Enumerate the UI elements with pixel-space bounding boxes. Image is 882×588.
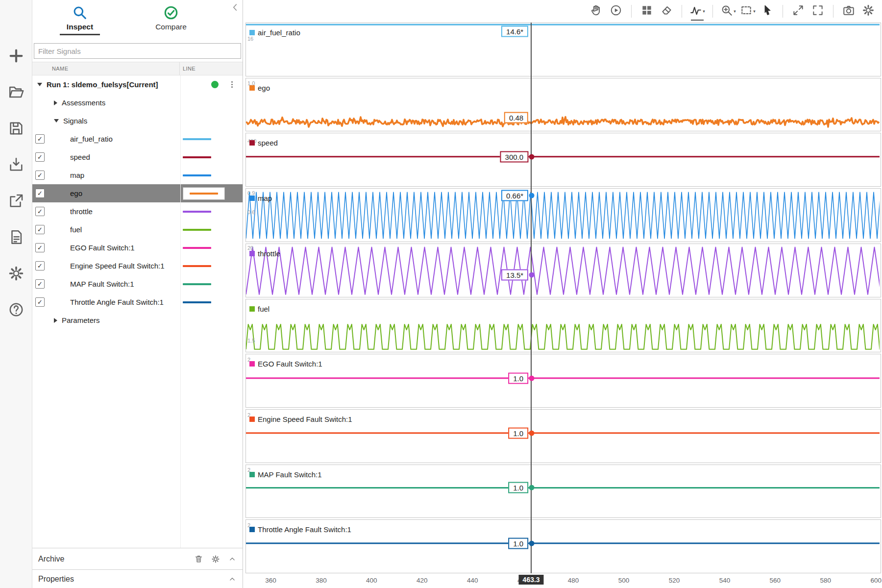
waveform bbox=[246, 78, 880, 130]
plot-Throttle Angle Fault Switch:1[interactable]: Throttle Angle Fault Switch:121.0 bbox=[245, 519, 881, 573]
plot-EGO Fault Switch:1[interactable]: EGO Fault Switch:121.0 bbox=[245, 354, 881, 408]
plot-Engine Speed Fault Switch:1[interactable]: Engine Speed Fault Switch:121.0 bbox=[245, 409, 881, 463]
replay-button[interactable] bbox=[608, 3, 624, 20]
signal-row-map[interactable]: ✓map bbox=[32, 166, 243, 184]
signal-checkbox[interactable]: ✓ bbox=[35, 189, 45, 198]
import-button[interactable] bbox=[5, 156, 27, 175]
plot-speed[interactable]: speed400300.0 bbox=[245, 133, 881, 187]
archive-label: Archive bbox=[38, 555, 186, 564]
line-cell bbox=[177, 148, 243, 166]
export-button[interactable] bbox=[5, 192, 27, 212]
layout-grid-button[interactable] bbox=[639, 3, 655, 20]
plot-MAP Fault Switch:1[interactable]: MAP Fault Switch:121.0 bbox=[245, 465, 881, 518]
cursor-value-box: 1.0 bbox=[508, 538, 528, 549]
signal-checkbox[interactable]: ✓ bbox=[35, 225, 45, 234]
plot-throttle[interactable]: throttle2013.5* bbox=[245, 244, 881, 297]
signal-row-EGO Fault Switch:1[interactable]: ✓EGO Fault Switch:1 bbox=[32, 239, 243, 257]
signal-row-Engine Speed Fault Switch:1[interactable]: ✓Engine Speed Fault Switch:1 bbox=[32, 257, 243, 275]
collapse-sidebar-icon[interactable] bbox=[230, 2, 241, 15]
signal-row-speed[interactable]: ✓speed bbox=[32, 148, 243, 166]
tab-compare[interactable]: Compare bbox=[139, 4, 203, 31]
line-cell bbox=[177, 202, 243, 220]
fit-screen-button[interactable] bbox=[810, 3, 826, 20]
eraser-button[interactable] bbox=[659, 3, 674, 20]
plot-ego[interactable]: ego1.00.48 bbox=[245, 78, 881, 132]
plot-fuel[interactable]: fuel1.5 bbox=[245, 299, 881, 353]
tab-strip: InspectCompare bbox=[32, 0, 243, 42]
properties-bar[interactable]: Properties bbox=[32, 569, 243, 588]
line-cell bbox=[177, 220, 243, 239]
signal-row-air_fuel_ratio[interactable]: ✓air_fuel_ratio bbox=[32, 130, 243, 148]
settings-icon bbox=[8, 265, 24, 284]
plot-signal-label: MAP Fault Switch:1 bbox=[249, 470, 322, 479]
legend-swatch bbox=[249, 472, 255, 477]
signal-checkbox[interactable]: ✓ bbox=[35, 297, 45, 307]
plot-signal-label: map bbox=[249, 194, 272, 202]
tab-label: Compare bbox=[139, 23, 203, 31]
signal-checkbox[interactable]: ✓ bbox=[35, 243, 45, 252]
expand-caret-icon[interactable] bbox=[54, 100, 57, 105]
line-swatch bbox=[183, 265, 211, 267]
signal-style-button[interactable]: ▾ bbox=[689, 3, 705, 20]
open-button[interactable] bbox=[5, 83, 27, 103]
filter-signals-input[interactable] bbox=[34, 43, 241, 59]
archive-settings-icon[interactable] bbox=[211, 555, 220, 564]
line-swatch bbox=[183, 174, 211, 176]
tab-inspect[interactable]: Inspect bbox=[48, 4, 112, 35]
signal-checkbox[interactable]: ✓ bbox=[35, 279, 45, 289]
trash-icon[interactable] bbox=[194, 554, 203, 564]
camera-button[interactable] bbox=[841, 3, 857, 20]
settings-button[interactable] bbox=[860, 3, 876, 20]
signal-checkbox[interactable]: ✓ bbox=[35, 207, 45, 216]
plot-area[interactable]: air_fuel_ratio1614.6*ego1.00.48speed4003… bbox=[245, 23, 881, 573]
expand-caret-icon[interactable] bbox=[54, 318, 57, 323]
cursor-value-box: 0.66* bbox=[501, 190, 528, 201]
help-button[interactable] bbox=[5, 301, 27, 320]
plot-map[interactable]: map0.90.60.66* bbox=[245, 188, 881, 242]
add-button[interactable] bbox=[5, 47, 27, 67]
zoom-in-button[interactable]: ▾ bbox=[720, 3, 736, 20]
zoom-region-button[interactable]: ▾ bbox=[740, 3, 756, 20]
properties-collapse-icon[interactable] bbox=[228, 575, 237, 584]
run-row[interactable]: Run 1: sldemo_fuelsys[Current] bbox=[32, 75, 243, 94]
caret-down-icon: ▾ bbox=[753, 9, 756, 14]
signal-name: throttle bbox=[70, 207, 177, 216]
collapse-caret-icon[interactable] bbox=[37, 83, 42, 86]
line-cell bbox=[177, 184, 243, 202]
waveform bbox=[246, 465, 880, 517]
signal-row-Throttle Angle Fault Switch:1[interactable]: ✓Throttle Angle Fault Switch:1 bbox=[32, 293, 243, 311]
group-signals[interactable]: Signals bbox=[32, 112, 243, 130]
signal-row-fuel[interactable]: ✓fuel bbox=[32, 220, 243, 239]
archive-collapse-icon[interactable] bbox=[228, 555, 237, 564]
collapse-caret-icon[interactable] bbox=[54, 119, 59, 122]
pan-hand-button[interactable] bbox=[588, 3, 604, 20]
time-cursor[interactable] bbox=[531, 23, 532, 573]
group-label: Signals bbox=[63, 117, 87, 125]
sidebar: InspectCompare NAME LINE Run 1: sldemo_f… bbox=[32, 0, 243, 588]
group-parameters[interactable]: Parameters bbox=[32, 311, 243, 329]
line-swatch bbox=[183, 301, 211, 303]
signal-checkbox[interactable]: ✓ bbox=[35, 261, 45, 270]
cursor-time-label[interactable]: 463.3 bbox=[519, 575, 544, 585]
group-assessments[interactable]: Assessments bbox=[32, 94, 243, 112]
archive-bar[interactable]: Archive bbox=[32, 548, 243, 569]
signal-row-ego[interactable]: ✓ego bbox=[32, 184, 243, 202]
settings-button[interactable] bbox=[5, 265, 27, 284]
pointer-button[interactable] bbox=[760, 3, 775, 20]
run-status-dot bbox=[211, 81, 219, 88]
run-menu-icon[interactable] bbox=[227, 80, 237, 91]
signal-row-throttle[interactable]: ✓throttle bbox=[32, 202, 243, 220]
signal-checkbox[interactable]: ✓ bbox=[35, 152, 45, 162]
signal-row-MAP Fault Switch:1[interactable]: ✓MAP Fault Switch:1 bbox=[32, 275, 243, 293]
signal-checkbox[interactable]: ✓ bbox=[35, 171, 45, 180]
signal-name: Engine Speed Fault Switch:1 bbox=[70, 262, 177, 270]
report-button[interactable] bbox=[5, 228, 27, 248]
save-button[interactable] bbox=[5, 120, 27, 139]
cursor-value-box: 1.0 bbox=[508, 372, 528, 384]
axis-tick: 580 bbox=[820, 577, 832, 584]
signal-checkbox[interactable]: ✓ bbox=[35, 134, 45, 144]
caret-down-icon: ▾ bbox=[703, 9, 705, 14]
expand-button[interactable] bbox=[790, 3, 806, 20]
waveform bbox=[246, 244, 880, 296]
plot-air_fuel_ratio[interactable]: air_fuel_ratio1614.6* bbox=[245, 23, 881, 76]
